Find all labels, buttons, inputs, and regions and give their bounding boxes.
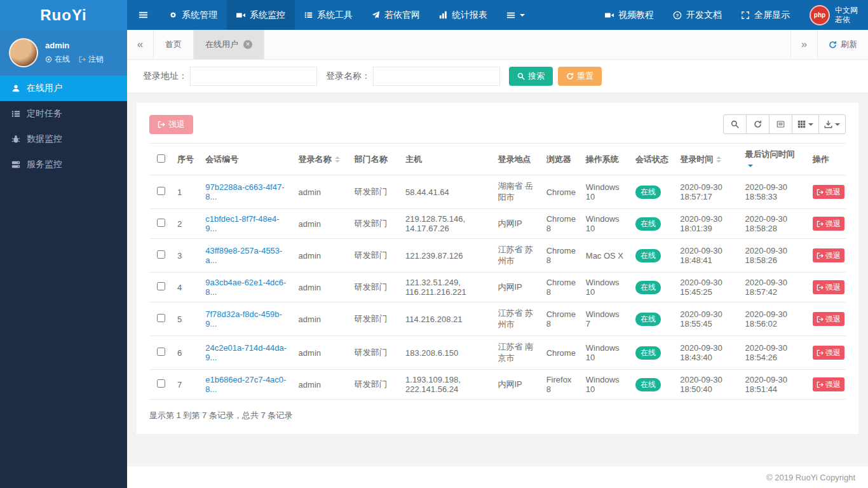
login-name-label: 登录名称： [326,71,370,82]
row-num: 5 [172,302,200,336]
row-checkbox-cell [149,175,172,209]
batch-force-logout-button[interactable]: 强退 [149,115,193,134]
row-checkbox[interactable] [157,250,165,259]
force-logout-button[interactable]: 强退 [813,377,844,391]
row-checkbox[interactable] [157,379,165,388]
tab-refresh-button[interactable]: 刷新 [817,30,868,59]
navbar-user-menu[interactable]: php 中文网 若依 [799,0,868,30]
location-cell: 江苏省 苏州市 [492,239,541,273]
login-name-input[interactable] [373,67,500,86]
header-last-access-time[interactable]: 最后访问时间 [740,144,807,175]
session-id-link[interactable]: 97b2288a-c663-4f47-8... [205,182,284,201]
detail-view-button[interactable] [769,114,792,134]
row-num: 3 [172,239,200,273]
row-checkbox[interactable] [157,348,165,356]
row-num: 6 [172,336,200,370]
tab-home[interactable]: 首页 [154,30,194,59]
nav-item-system-management[interactable]: 系统管理 [159,0,227,30]
refresh-icon [829,41,837,49]
sidebar-item-server-monitor[interactable]: 服务监控 [0,152,127,177]
row-checkbox-cell [149,302,172,336]
select-all-checkbox[interactable] [157,154,165,163]
navbar-right: 视频教程 ? 开发文档 全屏显示 php 中文网 若依 [595,0,868,30]
dept-name-cell: 研发部门 [349,209,400,239]
session-id-cell: c1bfdec1-8f7f-48e4-9... [200,209,293,239]
force-logout-button[interactable]: 强退 [813,217,844,231]
page-footer: © 2019 RuoYi Copyright [127,466,868,488]
row-checkbox[interactable] [157,314,165,322]
login-time-cell: 2020-09-30 18:57:17 [675,175,740,209]
video-icon [605,11,614,20]
navbar-user-name: 若依 [835,15,858,25]
session-id-link[interactable]: 24c2e01a-714d-44da-9... [205,343,287,362]
row-num: 7 [172,370,200,400]
list-icon [304,11,313,19]
tabs-scroll-left-button[interactable]: « [127,30,154,59]
session-id-cell: 9a3cb4ae-62e1-4dc6-8... [200,273,293,302]
header-browser: 浏览器 [541,144,581,175]
header-login-name[interactable]: 登录名称 [294,144,349,175]
table-toolbar-group [723,114,846,134]
force-logout-button[interactable]: 强退 [813,312,844,326]
row-checkbox[interactable] [157,282,165,290]
force-logout-button[interactable]: 强退 [813,346,844,360]
logout-link[interactable]: 注销 [79,54,104,65]
sidebar-item-online-users[interactable]: 在线用户 [0,76,127,101]
force-logout-button[interactable]: 强退 [813,280,844,294]
user-name: admin [45,41,104,50]
browser-cell: Chrome 8 [541,239,581,273]
header-login-time[interactable]: 登录时间 [675,144,740,175]
host-cell: 58.44.41.64 [400,175,492,209]
search-button[interactable]: 搜索 [509,67,553,86]
host-cell: 219.128.75.146, 14.17.67.26 [400,209,492,239]
location-cell: 湖南省 岳阳市 [492,175,541,209]
search-icon [731,120,739,128]
browser-cell: Chrome [541,175,581,209]
reset-button[interactable]: 重置 [558,67,602,86]
login-address-input[interactable] [190,67,317,86]
session-id-link[interactable]: 43ff89e8-257a-4553-a... [205,246,282,265]
last-access-cell: 2020-09-30 18:54:26 [740,336,807,370]
row-checkbox-cell [149,370,172,400]
session-id-link[interactable]: 7f78d32a-f8dc-459b-9... [205,309,282,329]
user-avatar[interactable] [9,38,38,67]
force-logout-button[interactable]: 强退 [813,248,844,262]
os-cell: Windows 10 [581,175,630,209]
sidebar-toggle-button[interactable] [127,0,159,30]
layout-menu-dropdown[interactable] [497,0,534,30]
nav-item-video-tutorial[interactable]: 视频教程 [595,0,663,30]
nav-item-official-site[interactable]: 若依官网 [362,0,430,30]
tab-close-icon[interactable]: × [243,40,252,49]
row-checkbox[interactable] [157,187,165,195]
columns-button[interactable] [792,114,819,134]
nav-item-statistics-report[interactable]: 统计报表 [430,0,497,30]
export-button[interactable] [818,114,846,134]
sidebar-item-scheduled-tasks[interactable]: 定时任务 [0,101,127,126]
tab-online-users[interactable]: 在线用户 × [194,30,264,59]
tabs-scroll-right-button[interactable]: » [790,30,817,59]
sidebar-item-data-monitor[interactable]: 数据监控 [0,126,127,152]
force-logout-button[interactable]: 强退 [813,185,844,199]
dept-name-cell: 研发部门 [349,239,400,273]
nav-item-system-tools[interactable]: 系统工具 [295,0,362,30]
brand-logo[interactable]: RuoYi [0,0,127,30]
table-row: 197b2288a-c663-4f47-8...admin研发部门58.44.4… [149,175,846,209]
row-checkbox[interactable] [157,219,165,227]
refresh-table-button[interactable] [746,114,770,134]
circle-dot-icon [45,56,52,63]
status-badge: 在线 [635,378,661,391]
status-badge: 在线 [635,217,661,231]
action-cell: 强退 [808,209,846,239]
session-id-link[interactable]: 9a3cb4ae-62e1-4dc6-8... [205,278,286,297]
status-cell: 在线 [630,273,675,302]
nav-item-system-monitor[interactable]: 系统监控 [227,0,295,30]
nav-item-dev-docs[interactable]: ? 开发文档 [663,0,731,30]
header-actions: 操作 [808,144,846,175]
session-id-link[interactable]: e1b686ed-27c7-4ac0-8... [205,375,286,394]
tab-bar: « 首页 在线用户 × » 刷新 [127,30,868,60]
nav-item-fullscreen[interactable]: 全屏显示 [731,0,799,30]
table-row: 57f78d32a-f8dc-459b-9...admin研发部门114.216… [149,302,846,336]
toggle-search-button[interactable] [723,114,747,134]
session-id-link[interactable]: c1bfdec1-8f7f-48e4-9... [205,214,279,233]
sidebar-menu: 在线用户 定时任务 数据监控 服务监控 [0,76,127,177]
